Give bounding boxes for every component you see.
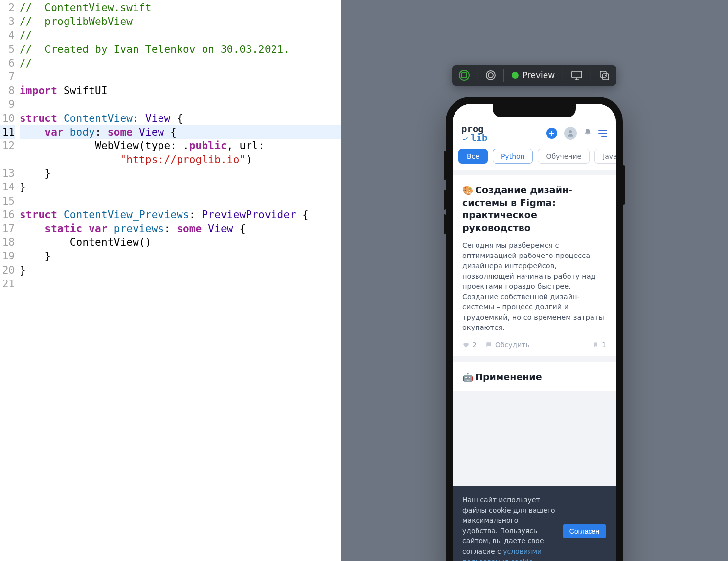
line-number: 8 <box>0 84 15 97</box>
line-number: 7 <box>0 70 15 84</box>
category-tabs: ВсеPythonОбучениеJavaScript <box>453 149 616 170</box>
code-line[interactable]: } <box>20 166 341 180</box>
line-number: 16 <box>0 208 15 222</box>
line-number <box>0 153 15 166</box>
article-title: 🤖Применение <box>462 371 606 384</box>
discuss-link[interactable]: Обсудить <box>485 341 530 349</box>
cookie-banner: Наш сайт использует файлы cookie для ваш… <box>453 486 616 561</box>
ring-icon <box>486 70 496 80</box>
article-body: Сегодня мы разберемся с оптимизацией раб… <box>462 240 606 333</box>
line-number: 3 <box>0 15 15 28</box>
robot-icon: 🤖 <box>462 372 473 382</box>
site-logo[interactable]: prog lib <box>461 124 487 142</box>
menu-button[interactable] <box>598 130 607 137</box>
avatar[interactable] <box>564 127 577 140</box>
line-number: 2 <box>0 1 15 15</box>
line-number: 12 <box>0 139 15 153</box>
line-number: 20 <box>0 263 15 277</box>
status-dot-icon <box>512 72 519 79</box>
code-line[interactable]: static var previews: some View { <box>20 222 341 235</box>
code-line[interactable]: ContentView() <box>20 235 341 249</box>
line-number: 19 <box>0 249 15 263</box>
svg-point-3 <box>569 130 572 133</box>
line-number: 4 <box>0 28 15 42</box>
add-button[interactable]: + <box>546 128 557 139</box>
line-number: 11 <box>0 125 15 139</box>
article-card[interactable]: 🎨Создание дизайн-системы в Figma: практи… <box>453 175 616 356</box>
heart-icon <box>462 341 469 348</box>
line-number: 14 <box>0 180 15 194</box>
cookie-text: Наш сайт использует файлы cookie для ваш… <box>462 495 556 561</box>
code-line[interactable] <box>20 277 341 291</box>
phone-screen[interactable]: prog lib + ВсеPythonО <box>453 104 616 561</box>
live-icon <box>459 70 470 81</box>
code-line[interactable]: } <box>20 180 341 194</box>
article-title: 🎨Создание дизайн-системы в Figma: практи… <box>462 184 606 234</box>
cookie-agree-button[interactable]: Согласен <box>563 524 606 538</box>
selectable-button[interactable] <box>484 70 498 80</box>
article-card[interactable]: 🤖Применение <box>453 362 616 392</box>
duplicate-icon <box>599 70 610 81</box>
tab-javascript[interactable]: JavaScript <box>594 149 616 164</box>
code-line[interactable]: "https://proglib.io") <box>20 153 341 166</box>
preview-label: Preview <box>523 70 555 80</box>
code-line[interactable]: WebView(type: .public, url: <box>20 139 341 153</box>
code-line[interactable]: var body: some View { <box>20 125 341 139</box>
code-line[interactable]: import SwiftUI <box>20 84 341 97</box>
notch <box>493 104 576 117</box>
palette-icon: 🎨 <box>462 185 473 195</box>
code-line[interactable]: } <box>20 249 341 263</box>
code-line[interactable]: // ContentView.swift <box>20 1 341 15</box>
tab-все[interactable]: Все <box>458 149 488 164</box>
code-editor[interactable]: 23456789101112131415161718192021 // Cont… <box>0 0 341 561</box>
bird-icon <box>461 135 469 140</box>
device-button[interactable] <box>569 70 585 80</box>
tab-python[interactable]: Python <box>493 149 533 164</box>
line-number: 10 <box>0 112 15 125</box>
feed: 🎨Создание дизайн-системы в Figma: практи… <box>453 170 616 402</box>
line-number: 18 <box>0 235 15 249</box>
iphone-frame: prog lib + ВсеPythonО <box>446 97 623 561</box>
code-line[interactable]: // Created by Ivan Telenkov on 30.03.202… <box>20 43 341 56</box>
line-number-gutter: 23456789101112131415161718192021 <box>0 1 20 561</box>
code-area[interactable]: // ContentView.swift// proglibWebView///… <box>20 1 341 561</box>
comment-icon <box>485 341 492 348</box>
code-line[interactable]: // <box>20 28 341 42</box>
tab-обучение[interactable]: Обучение <box>538 149 590 164</box>
code-line[interactable] <box>20 70 341 84</box>
live-preview-button[interactable] <box>457 70 472 81</box>
desktop-icon <box>571 70 583 80</box>
canvas-preview-pane: Preview <box>341 0 728 561</box>
code-line[interactable] <box>20 194 341 208</box>
code-line[interactable] <box>20 97 341 111</box>
line-number: 21 <box>0 277 15 291</box>
likes[interactable]: 2 <box>462 341 477 349</box>
duplicate-button[interactable] <box>597 70 612 81</box>
code-line[interactable]: struct ContentView_Previews: PreviewProv… <box>20 208 341 222</box>
code-line[interactable]: } <box>20 263 341 277</box>
bookmark-icon <box>593 341 599 348</box>
preview-status[interactable]: Preview <box>510 70 557 80</box>
preview-toolbar: Preview <box>452 65 616 86</box>
code-line[interactable]: // <box>20 56 341 70</box>
svg-rect-0 <box>572 71 582 78</box>
line-number: 9 <box>0 97 15 111</box>
line-number: 13 <box>0 166 15 180</box>
line-number: 5 <box>0 43 15 56</box>
line-number: 17 <box>0 222 15 235</box>
line-number: 6 <box>0 56 15 70</box>
notifications-icon[interactable] <box>584 128 592 139</box>
code-line[interactable]: // proglibWebView <box>20 15 341 28</box>
code-line[interactable]: struct ContentView: View { <box>20 112 341 125</box>
line-number: 15 <box>0 194 15 208</box>
bookmarks[interactable]: 1 <box>593 341 606 349</box>
